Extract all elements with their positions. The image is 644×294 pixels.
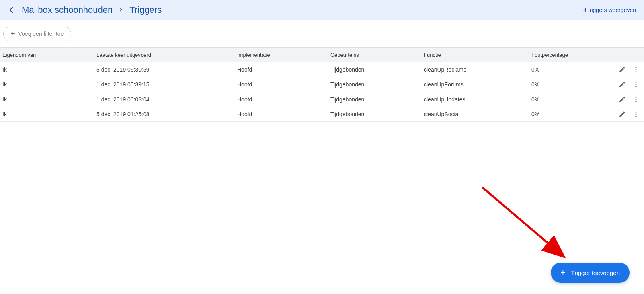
svg-point-7 [636, 97, 637, 98]
cell-event: Tijdgebonden [330, 81, 424, 88]
cell-owner: Ik [0, 111, 96, 117]
more-icon[interactable] [632, 80, 640, 88]
cell-owner: Ik [0, 66, 96, 73]
cell-owner: Ik [0, 96, 96, 103]
cell-implementation: Hoofd [237, 81, 330, 88]
add-filter-button[interactable]: + Voeg een filter toe [3, 27, 71, 41]
svg-point-2 [636, 69, 637, 70]
cell-lastrun: 1 dec. 2019 05:39:15 [96, 81, 237, 88]
cell-function: cleanUpReclame [424, 66, 531, 73]
chevron-right-icon [118, 6, 124, 14]
more-icon[interactable] [632, 110, 640, 118]
breadcrumb-parent[interactable]: Mailbox schoonhouden [22, 5, 113, 15]
breadcrumb-current: Triggers [129, 5, 162, 15]
column-header-implementation[interactable]: Implementatie [237, 52, 330, 58]
cell-owner: Ik [0, 81, 96, 88]
table-body: Ik5 dec. 2019 06:30:59HoofdTijdgebondenc… [0, 62, 644, 122]
cell-event: Tijdgebonden [330, 111, 424, 117]
table-row[interactable]: Ik5 dec. 2019 06:30:59HoofdTijdgebondenc… [0, 62, 644, 77]
table-row[interactable]: Ik5 dec. 2019 01:25:08HoofdTijdgebondenc… [0, 107, 644, 122]
cell-implementation: Hoofd [237, 66, 330, 73]
cell-implementation: Hoofd [237, 96, 330, 103]
cell-function: cleanUpForums [424, 81, 531, 88]
cell-error: 0% [531, 111, 604, 117]
column-header-event[interactable]: Gebeurtenis [330, 52, 424, 58]
edit-icon[interactable] [618, 66, 626, 74]
column-header-lastrun[interactable]: Laatste keer uitgevoerd [96, 52, 237, 58]
cell-error: 0% [531, 81, 604, 88]
svg-point-8 [636, 99, 637, 100]
cell-event: Tijdgebonden [330, 66, 424, 73]
breadcrumb: Mailbox schoonhouden Triggers [22, 5, 162, 15]
cell-error: 0% [531, 66, 604, 73]
svg-point-10 [636, 111, 637, 113]
svg-point-5 [636, 84, 637, 85]
svg-point-9 [636, 101, 637, 102]
cell-lastrun: 5 dec. 2019 01:25:08 [96, 111, 237, 117]
plus-icon: + [11, 30, 15, 37]
cell-function: cleanUpUpdates [424, 96, 531, 103]
back-arrow-icon[interactable] [8, 6, 17, 14]
svg-point-3 [636, 71, 637, 72]
edit-icon[interactable] [618, 80, 626, 88]
trigger-count-summary[interactable]: 4 triggers weergeven [583, 7, 636, 13]
svg-point-4 [636, 82, 637, 83]
svg-point-6 [636, 86, 637, 87]
edit-icon[interactable] [618, 95, 626, 103]
svg-point-11 [636, 114, 637, 115]
cell-event: Tijdgebonden [330, 96, 424, 103]
cell-implementation: Hoofd [237, 111, 330, 117]
header-left: Mailbox schoonhouden Triggers [8, 5, 162, 15]
table-header-row: Eigendom van Laatste keer uitgevoerd Imp… [0, 47, 644, 62]
cell-lastrun: 1 dec. 2019 06:03:04 [96, 96, 237, 103]
table-row[interactable]: Ik1 dec. 2019 05:39:15HoofdTijdgebondenc… [0, 77, 644, 92]
column-header-owner[interactable]: Eigendom van [0, 52, 96, 58]
add-filter-label: Voeg een filter toe [18, 31, 64, 37]
column-header-error[interactable]: Foutpercentage [531, 52, 604, 58]
cell-lastrun: 5 dec. 2019 06:30:59 [96, 66, 237, 73]
header-bar: Mailbox schoonhouden Triggers 4 triggers… [0, 0, 644, 20]
edit-icon[interactable] [618, 110, 626, 118]
cell-error: 0% [531, 96, 604, 103]
table-row[interactable]: Ik1 dec. 2019 06:03:04HoofdTijdgebondenc… [0, 92, 644, 107]
column-header-function[interactable]: Functie [424, 52, 531, 58]
svg-point-12 [636, 116, 637, 117]
cell-function: cleanUpSocial [424, 111, 531, 117]
filter-bar: + Voeg een filter toe [0, 20, 644, 47]
more-icon[interactable] [632, 66, 640, 74]
svg-point-1 [636, 67, 637, 68]
more-icon[interactable] [632, 95, 640, 103]
